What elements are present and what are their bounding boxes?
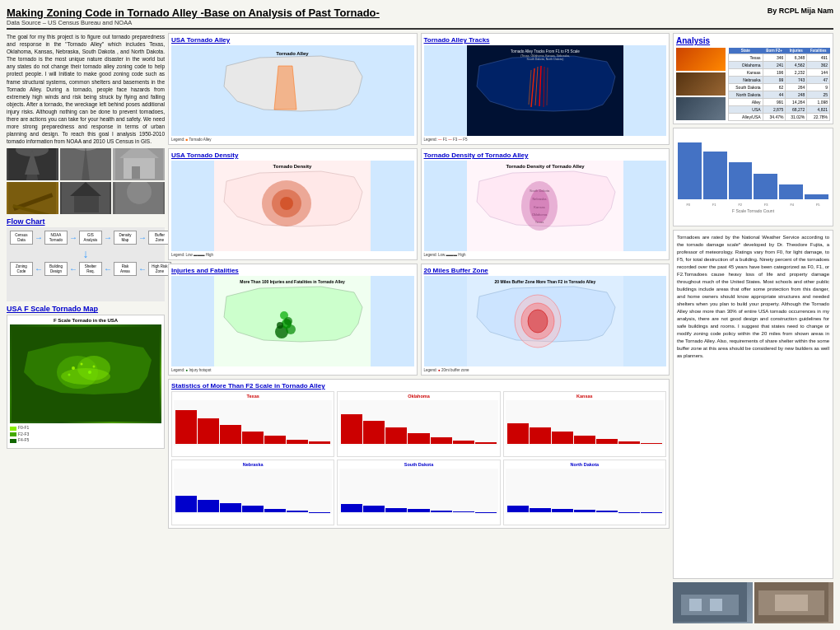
intro-text: The goal for my this project is to figur… bbox=[7, 33, 165, 145]
ks-bar-3 bbox=[552, 432, 573, 444]
debris-photo bbox=[7, 182, 58, 214]
nd-bar-2 bbox=[530, 508, 551, 512]
svg-point-24 bbox=[72, 366, 75, 370]
ok-bar-2 bbox=[363, 421, 385, 444]
ok-bar-5 bbox=[431, 437, 452, 444]
poster-title: Making Zoning Code in Tornado Alley -Bas… bbox=[7, 7, 380, 19]
bar-chart-section: F0 F1 F2 F3 F4 F5 F Scale Tornado Count bbox=[673, 128, 833, 226]
flow-arrow-7: ← bbox=[104, 264, 112, 273]
sd-bar-1 bbox=[341, 504, 362, 512]
ne-bar-7 bbox=[309, 512, 330, 513]
table-header-state: State bbox=[729, 48, 763, 54]
kansas-label: Kansas bbox=[506, 394, 664, 399]
flow-box-8: ShelterReq. bbox=[79, 262, 102, 276]
ne-fat: 47 bbox=[807, 77, 830, 84]
density2-map: South Dakota Nebraska Kansas Oklahoma Te… bbox=[424, 161, 667, 251]
table-header-torn: Born F2+ bbox=[763, 48, 786, 54]
nd-bars bbox=[506, 469, 664, 514]
ok-state: Oklahoma bbox=[729, 62, 763, 69]
south-dakota-label: South Dakota bbox=[339, 462, 497, 467]
nd-bar-7 bbox=[641, 512, 662, 513]
svg-rect-15 bbox=[74, 196, 99, 212]
ok-fat: 362 bbox=[807, 62, 830, 69]
nd-torn: 44 bbox=[763, 91, 786, 99]
texas-state: Texas bbox=[729, 54, 763, 62]
stat-chart-nebraska: Nebraska bbox=[171, 460, 334, 525]
texas-bar-6 bbox=[287, 440, 308, 444]
tornado-alley-section: USA Tornado Alley Tornado Alley Legend: bbox=[168, 33, 418, 145]
flow-chart-section: Flow Chart CensusData → NOAATornado → GI… bbox=[7, 217, 165, 301]
big-bar-f4 bbox=[779, 184, 803, 199]
ok-bar-1 bbox=[341, 414, 362, 444]
usa-density-map: Tornado Density bbox=[171, 161, 414, 251]
fscale-legend: F0-F1 F2-F3 F4-F5 bbox=[10, 423, 161, 446]
ne-bar-3 bbox=[220, 503, 241, 512]
svg-point-58 bbox=[530, 189, 549, 222]
big-bar-chart bbox=[676, 131, 830, 201]
ne-state: Nebraska bbox=[729, 77, 763, 84]
sd-fat: 9 bbox=[807, 84, 830, 91]
flow-row-1: CensusData → NOAATornado → GISAnalysis →… bbox=[10, 231, 161, 245]
damage-photo bbox=[113, 148, 165, 180]
analysis-text: Tornadoes are rated by the National Weat… bbox=[677, 234, 829, 360]
injuries-title: Injuries and Fatalities bbox=[171, 267, 414, 274]
nd-inj: 248 bbox=[786, 91, 807, 99]
bottom-photo-1 bbox=[673, 582, 753, 623]
tracks-legend: Legend: — F1 — F3 — F5 bbox=[424, 138, 667, 142]
texas-bar-7 bbox=[309, 441, 330, 444]
sd-state: South Dakota bbox=[729, 84, 763, 91]
ratio-fat: 22.78% bbox=[807, 114, 830, 121]
tornado-alley-map: Tornado Alley bbox=[171, 45, 414, 136]
nebraska-label: Nebraska bbox=[174, 462, 332, 467]
density2-legend: Legend: Low ▬▬▬ High bbox=[424, 253, 667, 257]
ok-bar-6 bbox=[453, 441, 474, 444]
stat-chart-oklahoma: Oklahoma bbox=[337, 391, 500, 457]
nd-state: North Dakota bbox=[729, 91, 763, 99]
bottom-photo-2 bbox=[754, 582, 834, 623]
texas-bar-1 bbox=[175, 410, 197, 444]
texas-bar-4 bbox=[242, 432, 264, 444]
injuries-legend: Legend: ● Injury hotspot bbox=[171, 368, 414, 372]
svg-text:Tornado Density: Tornado Density bbox=[273, 164, 313, 169]
texas-bars bbox=[174, 400, 332, 446]
table-row-nebraska: Nebraska 99 743 47 bbox=[729, 77, 830, 84]
nd-bar-4 bbox=[574, 510, 595, 512]
nd-bar-6 bbox=[618, 512, 640, 513]
ks-fat: 144 bbox=[807, 69, 830, 77]
table-row-ratio: Alley/USA 34.47% 31.02% 22.78% bbox=[729, 114, 830, 121]
f1-label: F1 bbox=[712, 203, 716, 207]
mid-density-row: USA Tornado Density Tornado Density Lege bbox=[168, 148, 670, 260]
analysis-table: State Born F2+ Injuries Fatalities Texas… bbox=[728, 48, 830, 121]
ne-inj: 743 bbox=[786, 77, 807, 84]
flow-arrow-6: ← bbox=[69, 264, 77, 273]
nd-bar-1 bbox=[507, 506, 529, 512]
f4-label: F4 bbox=[790, 203, 794, 207]
analysis-section: Analysis State Born F2+ bbox=[673, 33, 833, 124]
ne-bar-6 bbox=[287, 511, 308, 512]
flow-box-2: NOAATornado bbox=[44, 231, 68, 245]
f3-label: F3 bbox=[764, 203, 768, 207]
usa-density-title: USA Tornado Density bbox=[171, 152, 414, 159]
big-bar-f5 bbox=[805, 194, 828, 199]
ks-bar-2 bbox=[530, 427, 551, 444]
poster-header: Making Zoning Code in Tornado Alley -Bas… bbox=[7, 7, 833, 30]
flow-box-6: ZoningCode bbox=[10, 262, 33, 276]
table-header-injuries: Injuries bbox=[786, 48, 807, 54]
svg-rect-78 bbox=[710, 599, 722, 611]
ks-torn: 196 bbox=[763, 69, 786, 77]
density2-section: Tornado Density of Tornado Alley South D… bbox=[421, 148, 670, 260]
alley-state: Alley bbox=[729, 99, 763, 106]
svg-point-26 bbox=[88, 371, 91, 374]
svg-point-65 bbox=[284, 317, 292, 325]
sd-bar-2 bbox=[363, 506, 385, 512]
alley-torn: 991 bbox=[763, 99, 786, 106]
ne-bar-5 bbox=[264, 509, 286, 512]
svg-point-28 bbox=[68, 373, 71, 376]
oklahoma-label: Oklahoma bbox=[339, 394, 497, 399]
ratio-state: Alley/USA bbox=[729, 114, 763, 121]
big-bar-f1 bbox=[703, 152, 727, 199]
table-row-oklahoma: Oklahoma 241 4,562 362 bbox=[729, 62, 830, 69]
tornado-photo-1 bbox=[7, 148, 58, 180]
svg-point-73 bbox=[528, 310, 548, 333]
flow-arrow-3: → bbox=[104, 233, 112, 242]
